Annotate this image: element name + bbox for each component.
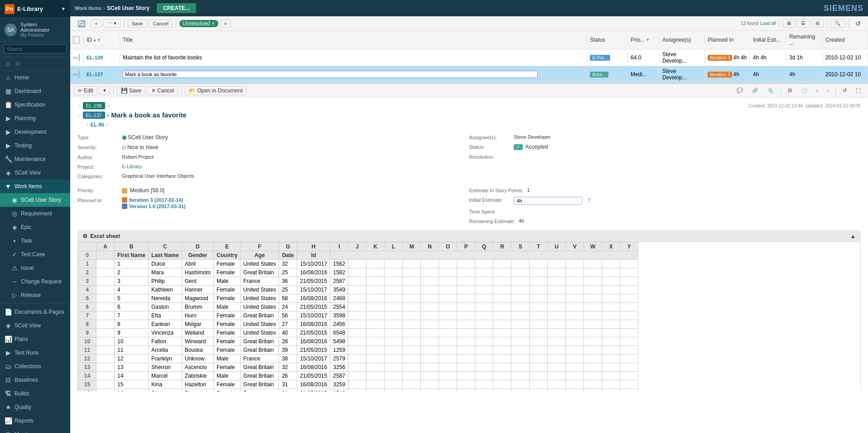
excel-cell-empty[interactable]: [366, 389, 385, 392]
excel-cell[interactable]: 2587: [330, 277, 348, 286]
excel-cell[interactable]: Female: [214, 389, 241, 392]
excel-col-V[interactable]: V: [566, 243, 584, 251]
excel-cell-empty[interactable]: [475, 355, 493, 363]
excel-cell-empty[interactable]: [530, 389, 548, 392]
excel-col-R[interactable]: R: [493, 243, 511, 251]
excel-cell[interactable]: 2: [115, 268, 149, 277]
excel-cell-empty[interactable]: [385, 311, 403, 320]
excel-cell[interactable]: Great Britain: [241, 311, 279, 320]
detail-filter-btn[interactable]: ⊟: [784, 87, 796, 94]
excel-cell[interactable]: United States: [241, 260, 279, 268]
excel-cell-empty[interactable]: [403, 337, 421, 346]
excel-cell-empty[interactable]: [566, 311, 584, 320]
excel-cell-empty[interactable]: [366, 337, 385, 346]
excel-cell-a[interactable]: [96, 277, 115, 286]
excel-cell[interactable]: Franklyn: [149, 355, 182, 363]
excel-cell[interactable]: 16/08/2016: [297, 294, 330, 303]
excel-cell-a[interactable]: [96, 337, 115, 346]
excel-col-A[interactable]: A: [96, 243, 115, 251]
excel-cell-empty[interactable]: [511, 320, 530, 329]
user-profile[interactable]: SA System Administrator My Polarion: [0, 18, 70, 42]
excel-cell-empty[interactable]: [421, 268, 439, 277]
detail-link-btn[interactable]: 🔗: [748, 87, 762, 94]
excel-cell-empty[interactable]: [530, 260, 548, 268]
excel-cell-empty[interactable]: [366, 329, 385, 337]
excel-cell[interactable]: Male: [214, 303, 241, 311]
excel-cell[interactable]: Winward: [182, 337, 213, 346]
excel-cell-empty[interactable]: [348, 363, 366, 372]
excel-cell-empty[interactable]: [439, 286, 457, 294]
wi-link[interactable]: EL-139: [87, 55, 103, 60]
excel-cell-empty[interactable]: [348, 329, 366, 337]
list-item[interactable]: 1616ShavonnePiaFemaleFrance2421/05/20151…: [78, 389, 638, 392]
excel-cell-empty[interactable]: [403, 329, 421, 337]
excel-cell-a[interactable]: [96, 311, 115, 320]
excel-cell[interactable]: 56: [279, 311, 297, 320]
excel-cell-empty[interactable]: [493, 277, 511, 286]
excel-cell-a[interactable]: [96, 320, 115, 329]
excel-cell[interactable]: Female: [214, 268, 241, 277]
excel-cell[interactable]: Pia: [182, 389, 213, 392]
excel-cell[interactable]: 21/05/2015: [297, 329, 330, 337]
excel-cell-empty[interactable]: [348, 389, 366, 392]
excel-cell-empty[interactable]: [366, 260, 385, 268]
excel-cell-empty[interactable]: [439, 337, 457, 346]
excel-cell-empty[interactable]: [348, 380, 366, 389]
excel-cell-empty[interactable]: [548, 346, 566, 355]
toolbar-more-btn[interactable]: ⋯ ▾: [103, 19, 121, 28]
excel-cell[interactable]: 2554: [330, 303, 348, 311]
excel-cell[interactable]: 40: [279, 329, 297, 337]
excel-col-Q[interactable]: Q: [475, 243, 493, 251]
excel-cell[interactable]: 15/10/2017: [297, 260, 330, 268]
excel-cell-empty[interactable]: [548, 329, 566, 337]
excel-col-O[interactable]: O: [439, 243, 457, 251]
sidebar-item-baselines[interactable]: ⊟ Baselines: [0, 373, 70, 387]
excel-cell-empty[interactable]: [493, 380, 511, 389]
list-item[interactable]: 1212FranklynUnknowMaleFrance3815/10/2017…: [78, 355, 638, 363]
excel-cell[interactable]: 21/05/2015: [297, 346, 330, 355]
excel-cell[interactable]: Female: [214, 320, 241, 329]
excel-cell[interactable]: Etta: [149, 311, 182, 320]
excel-cell[interactable]: United States: [241, 303, 279, 311]
excel-cell-empty[interactable]: [421, 337, 439, 346]
excel-cell-empty[interactable]: [493, 389, 511, 392]
excel-cell[interactable]: Male: [214, 277, 241, 286]
detail-cancel-btn[interactable]: ✕ Cancel: [147, 86, 178, 95]
excel-cell-empty[interactable]: [602, 277, 620, 286]
excel-cell-empty[interactable]: [620, 380, 638, 389]
excel-cell[interactable]: 9: [115, 329, 149, 337]
excel-cell-empty[interactable]: [620, 303, 638, 311]
unresolved-badge[interactable]: Unresolved ✕: [179, 20, 218, 27]
sidebar-item-change-request[interactable]: ↔ Change Request: [0, 275, 70, 288]
excel-col-L[interactable]: L: [385, 243, 403, 251]
excel-cell-empty[interactable]: [584, 372, 602, 380]
excel-cell-empty[interactable]: [366, 286, 385, 294]
detail-expand-btn[interactable]: ⛶: [852, 87, 864, 94]
excel-cell-a[interactable]: [96, 294, 115, 303]
excel-cell-empty[interactable]: [530, 346, 548, 355]
excel-cell[interactable]: 15/10/2017: [297, 355, 330, 363]
star-icon[interactable]: ☆: [13, 58, 23, 68]
excel-cell[interactable]: France: [241, 389, 279, 392]
excel-cell[interactable]: 8: [115, 320, 149, 329]
excel-cell[interactable]: 15/10/2017: [297, 311, 330, 320]
excel-cell-empty[interactable]: [348, 355, 366, 363]
excel-cell[interactable]: 24: [279, 389, 297, 392]
sidebar-item-dashboard[interactable]: ▦ Dashboard: [0, 84, 70, 98]
excel-cell-empty[interactable]: [620, 320, 638, 329]
list-item[interactable]: 66GastonBrummMaleUnited States2421/05/20…: [78, 303, 638, 311]
excel-cell-empty[interactable]: [457, 372, 475, 380]
excel-cell[interactable]: 15: [115, 380, 149, 389]
detail-refresh-btn[interactable]: ↺: [839, 87, 850, 94]
cancel-button[interactable]: Cancel: [149, 19, 173, 28]
excel-cell-empty[interactable]: [530, 303, 548, 311]
sidebar-item-home[interactable]: Home: [0, 71, 70, 84]
excel-cell[interactable]: 16/08/2016: [297, 337, 330, 346]
excel-cell-empty[interactable]: [530, 277, 548, 286]
excel-col-E[interactable]: E: [214, 243, 241, 251]
excel-cell-empty[interactable]: [385, 294, 403, 303]
excel-cell-empty[interactable]: [530, 311, 548, 320]
excel-cell-empty[interactable]: [566, 363, 584, 372]
excel-cell-empty[interactable]: [475, 277, 493, 286]
excel-cell[interactable]: Fallon: [149, 337, 182, 346]
